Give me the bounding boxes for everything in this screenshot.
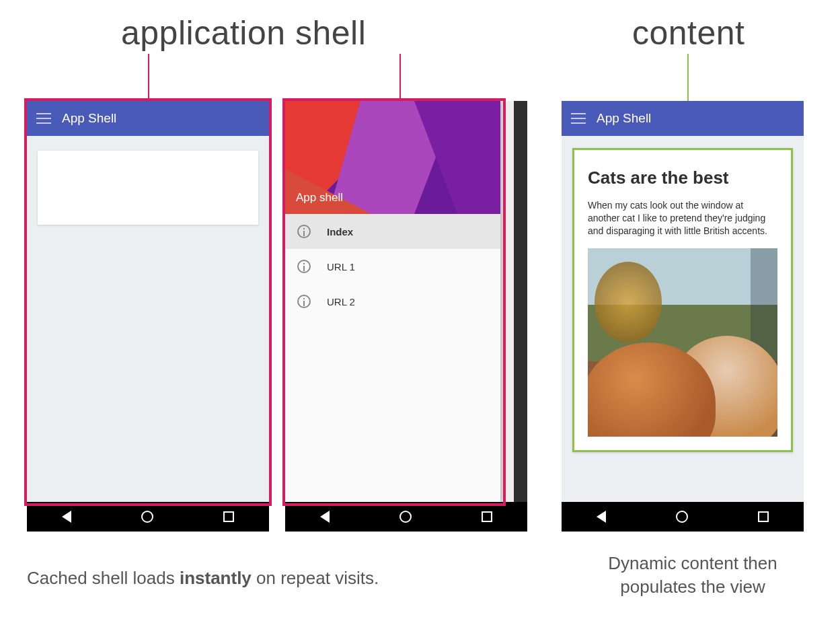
drawer-item-url1[interactable]: URL 1 xyxy=(285,249,500,284)
caption-content: Dynamic content then populates the view xyxy=(572,552,814,599)
android-navbar xyxy=(27,502,269,532)
heading-content: content xyxy=(632,13,745,52)
nav-recent-icon[interactable] xyxy=(758,511,769,522)
phone-mockup-drawer: App shell Index URL 1 URL 2 xyxy=(285,101,527,532)
phone-screen: App Shell Cats are the best When my cats… xyxy=(562,101,804,502)
nav-recent-icon[interactable] xyxy=(482,511,492,522)
drawer-item-label: URL 1 xyxy=(327,261,355,272)
android-navbar xyxy=(562,502,804,532)
drawer-header-title: App shell xyxy=(296,191,343,205)
phone-mockup-content: App Shell Cats are the best When my cats… xyxy=(562,101,804,532)
phone-screen: App shell Index URL 1 URL 2 xyxy=(285,101,527,502)
app-bar-title: App Shell xyxy=(597,111,651,126)
phone-mockup-empty-shell: App Shell xyxy=(27,101,269,532)
drawer-backdrop xyxy=(514,101,527,502)
nav-home-icon[interactable] xyxy=(141,511,153,523)
drawer-item-label: URL 2 xyxy=(327,296,355,307)
app-bar-title: App Shell xyxy=(62,111,116,126)
content-card: Cats are the best When my cats look out … xyxy=(572,148,793,452)
drawer-item-index[interactable]: Index xyxy=(285,214,500,249)
caption-shell: Cached shell loads instantly on repeat v… xyxy=(27,567,498,590)
content-body: When my cats look out the window at anot… xyxy=(588,199,777,238)
nav-back-icon[interactable] xyxy=(320,511,330,523)
heading-application-shell: application shell xyxy=(121,13,366,52)
empty-content-card xyxy=(38,151,258,225)
nav-recent-icon[interactable] xyxy=(223,511,234,522)
content-title: Cats are the best xyxy=(588,168,777,188)
content-image-cats xyxy=(588,248,777,437)
nav-back-icon[interactable] xyxy=(62,511,71,523)
drawer-item-url2[interactable]: URL 2 xyxy=(285,284,500,319)
hamburger-icon[interactable] xyxy=(571,113,586,124)
android-navbar xyxy=(285,502,527,532)
info-icon xyxy=(297,260,311,273)
nav-home-icon[interactable] xyxy=(676,511,688,523)
nav-home-icon[interactable] xyxy=(399,511,412,523)
connector-line-shell-1 xyxy=(148,54,149,104)
phone-screen: App Shell xyxy=(27,101,269,502)
drawer-header: App shell xyxy=(285,101,500,214)
drawer-item-label: Index xyxy=(327,226,353,238)
app-bar: App Shell xyxy=(562,101,804,136)
hamburger-icon[interactable] xyxy=(36,113,51,124)
connector-line-shell-2 xyxy=(399,54,401,104)
app-bar: App Shell xyxy=(27,101,269,136)
nav-back-icon[interactable] xyxy=(597,511,606,523)
info-icon xyxy=(297,225,311,238)
info-icon xyxy=(297,295,311,308)
navigation-drawer: App shell Index URL 1 URL 2 xyxy=(285,101,500,502)
